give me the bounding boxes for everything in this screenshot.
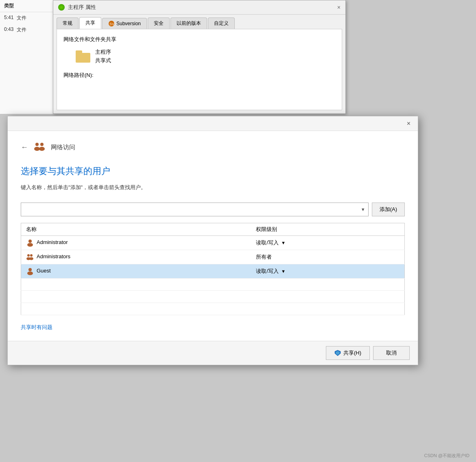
tab-custom[interactable]: 自定义 [208,17,235,29]
user-name-text: Administrator [37,239,68,245]
properties-dialog: 主程序 属性 × 常规 共享 SV Subversion 安全 以前的版本 自定… [53,0,346,114]
properties-title: 主程序 属性 [58,4,96,11]
tab-subversion[interactable]: SV Subversion [102,18,147,29]
network-access-dialog: × ← 网络访问 选择要与其共享的用户 键入名称，然后单击"添加"，或者单击箭头… [7,116,418,365]
properties-close-button[interactable]: × [337,4,341,11]
table-row[interactable]: Guest读取/写入 ▼ [21,264,405,279]
folder-row: 主程序 共享式 [76,48,335,65]
col-perm-header: 权限级别 [251,223,404,236]
properties-content: 网络文件和文件夹共享 主程序 共享式 网络路径(N): [57,29,342,110]
shield-icon [334,350,341,356]
table-header-row: 名称 权限级别 [21,223,405,236]
perm-dropdown[interactable]: 读取/写入 ▼ [256,239,286,246]
user-input-row: ▼ 添加(A) [21,203,405,216]
svg-point-2 [35,143,39,146]
user-perm-cell: 读取/写入 ▼ [251,264,404,279]
dialog-body: ← 网络访问 选择要与其共享的用户 键入名称，然后单击"添加"，或者单击箭头查找… [8,131,418,341]
svg-point-10 [30,254,33,257]
dialog-description: 键入名称，然后单击"添加"，或者单击箭头查找用户。 [21,184,405,191]
watermark: CSDN @不能改用户ID [424,453,469,459]
perm-value: 读取/写入 [256,268,279,275]
dialog-titlebar: × [8,116,418,131]
dialog-footer: 共享(H) 取消 [8,341,418,365]
svg-point-5 [39,147,45,151]
title-icon [58,4,65,11]
tab-general[interactable]: 常规 [57,17,79,29]
cancel-button[interactable]: 取消 [373,346,410,360]
user-name-cell: Administrators [21,250,251,264]
add-button[interactable]: 添加(A) [372,203,405,216]
folder-icon [76,50,90,63]
tab-security[interactable]: 安全 [148,17,170,29]
folder-text: 主程序 共享式 [95,48,111,65]
svg-point-7 [27,243,33,247]
user-select[interactable] [21,203,369,216]
network-access-icon [33,141,46,154]
table-row[interactable]: Administrators所有者 [21,250,405,264]
dialog-close-button[interactable]: × [404,119,413,128]
svg-point-11 [29,257,33,260]
svg-point-6 [28,240,32,243]
share-problem-link[interactable]: 共享时有问题 [21,324,52,330]
subversion-icon: SV [108,20,115,27]
table-row[interactable]: Administrator读取/写入 ▼ [21,236,405,250]
user-perm-cell: 所有者 [251,250,404,264]
perm-arrow-icon: ▼ [281,269,286,274]
users-table: 名称 权限级别 Administrator读取/写入 ▼ Administrat… [21,223,405,315]
svg-point-3 [34,147,40,151]
perm-arrow-icon: ▼ [281,240,286,245]
nav-title: 网络访问 [51,144,75,151]
svg-point-13 [27,272,33,275]
back-arrow-icon[interactable]: ← [21,143,28,152]
user-perm-cell: 读取/写入 ▼ [251,236,404,250]
perm-dropdown[interactable]: 读取/写入 ▼ [256,268,286,275]
tab-share[interactable]: 共享 [79,17,101,29]
user-icon [26,239,34,247]
user-select-wrapper: ▼ [21,203,369,216]
svg-point-12 [28,268,32,271]
nav-row: ← 网络访问 [21,141,405,154]
dialog-heading: 选择要与其共享的用户 [21,165,405,177]
svg-text:SV: SV [109,22,114,26]
perm-value: 所有者 [256,254,272,260]
path-row: 网络路径(N): [63,72,335,79]
svg-point-4 [40,143,44,146]
user-name-cell: Guest [21,264,251,279]
tab-previous-versions[interactable]: 以前的版本 [170,17,207,29]
properties-tabs: 常规 共享 SV Subversion 安全 以前的版本 自定义 [53,15,345,29]
user-icon [26,267,34,275]
share-button[interactable]: 共享(H) [326,346,370,360]
empty-row [21,279,405,291]
svg-point-8 [27,254,30,257]
user-icon [26,253,34,261]
user-name-text: Administrators [37,253,70,259]
col-name-header: 名称 [21,223,251,236]
perm-value: 读取/写入 [256,239,279,246]
network-share-title: 网络文件和文件夹共享 [63,36,335,43]
empty-row [21,303,405,315]
user-name-cell: Administrator [21,236,251,250]
user-name-text: Guest [37,268,51,274]
empty-row [21,291,405,303]
properties-titlebar: 主程序 属性 × [53,0,345,15]
